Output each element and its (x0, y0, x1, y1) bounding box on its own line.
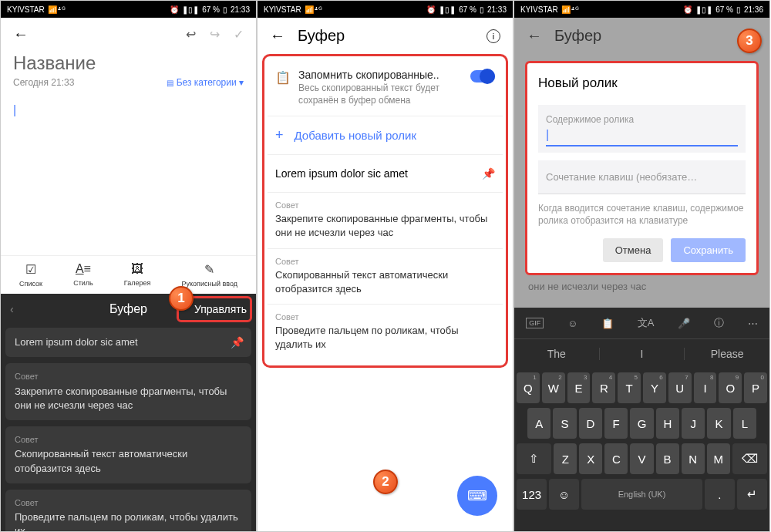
chevron-left-icon[interactable]: ‹ (10, 303, 14, 315)
clip-tip[interactable]: СоветПроведите пальцем по роликам, чтобы… (5, 490, 251, 532)
suggestion[interactable]: Please (685, 348, 769, 360)
list-button[interactable]: ☑Список (19, 262, 42, 288)
check-icon[interactable]: ✓ (234, 27, 244, 42)
key-Z[interactable]: Z (554, 443, 577, 474)
panel-title: Буфер (109, 302, 147, 316)
sticker-icon[interactable]: ☺ (567, 318, 577, 329)
clip-item[interactable]: Lorem ipsum dolor sic amet📌 (5, 328, 251, 357)
key-E[interactable]: E3 (567, 372, 591, 403)
tip-item: СоветСкопированный текст автоматически о… (268, 248, 503, 304)
note-title[interactable]: Название (13, 52, 244, 74)
key-N[interactable]: N (682, 443, 705, 474)
keyboard-icon: ⌨ (467, 487, 487, 504)
key-R[interactable]: R4 (592, 372, 615, 403)
translate-icon[interactable]: 文A (638, 316, 655, 330)
key-M[interactable]: M (707, 443, 730, 474)
status-bar: KYIVSTAR📶⁴ᴳ ⏰❚▯❚67 %▯21:33 (1, 1, 256, 18)
key-X[interactable]: X (579, 443, 602, 474)
key-J[interactable]: J (682, 408, 705, 439)
key-D[interactable]: D (579, 408, 602, 439)
key-B[interactable]: B (656, 443, 679, 474)
plus-icon: + (275, 127, 284, 143)
manage-button[interactable]: Управлять (194, 303, 247, 315)
vibrate-icon: ❚▯❚ (182, 5, 199, 14)
redo-icon[interactable]: ↪ (210, 27, 220, 42)
shortcut-field[interactable]: Сочетание клавиш (необязате… (538, 160, 746, 194)
style-button[interactable]: A≡Стиль (73, 262, 93, 288)
key-U[interactable]: U7 (668, 372, 692, 403)
key-K[interactable]: K (707, 408, 730, 439)
gallery-button[interactable]: 🖼Галерея (124, 262, 151, 288)
more-icon[interactable]: ⋯ (748, 318, 758, 329)
alarm-icon: ⏰ (170, 5, 179, 14)
key-Y[interactable]: Y6 (643, 372, 666, 403)
annotation-badge-3: 3 (737, 29, 762, 53)
suggestion[interactable]: The (514, 348, 600, 360)
clip-tip[interactable]: СоветЗакрепите скопированные фрагменты, … (5, 363, 251, 420)
battery-icon: ▯ (223, 5, 227, 14)
key-G[interactable]: G (630, 408, 653, 439)
num-key[interactable]: 123 (517, 479, 547, 510)
key-F[interactable]: F (604, 408, 628, 439)
save-button[interactable]: Сохранить (671, 238, 746, 262)
key-O[interactable]: O9 (719, 372, 742, 403)
key-W[interactable]: W2 (542, 372, 565, 403)
period-key[interactable]: . (705, 479, 735, 510)
annotation-badge-2: 2 (373, 470, 398, 494)
dialog-title: Новый ролик (538, 76, 746, 91)
gif-icon[interactable]: GIF (526, 318, 544, 328)
remember-toggle-row[interactable]: 📋 Запомнить скопированные.. Весь скопиро… (268, 59, 503, 116)
key-H[interactable]: H (656, 408, 679, 439)
clip-item[interactable]: Lorem ipsum dolor sic amet 📌 (268, 154, 503, 192)
add-clip-button[interactable]: + Добавить новый ролик (268, 116, 503, 154)
keyboard-fab[interactable]: ⌨ (457, 476, 497, 516)
pin-icon[interactable]: 📌 (482, 167, 495, 180)
key-P[interactable]: P0 (744, 372, 767, 403)
shift-key[interactable]: ⇧ (517, 443, 551, 474)
backspace-key[interactable]: ⌫ (732, 443, 767, 474)
screen-3: KYIVSTAR📶⁴ᴳ ⏰❚▯❚67 %▯21:36 ← Буфер они н… (513, 0, 770, 532)
category-button[interactable]: ▤ Без категории ▾ (167, 77, 244, 88)
clip-tip[interactable]: СоветСкопированный текст автоматически о… (5, 426, 251, 483)
dimmed-content: они не исчезли через час (528, 280, 756, 294)
cancel-button[interactable]: Отмена (603, 238, 664, 262)
key-T[interactable]: T5 (618, 372, 641, 403)
key-V[interactable]: V (630, 443, 653, 474)
key-C[interactable]: C (604, 443, 628, 474)
key-S[interactable]: S (553, 408, 576, 439)
back-icon[interactable]: ← (270, 27, 285, 45)
screen-1: KYIVSTAR📶⁴ᴳ ⏰❚▯❚67 %▯21:33 ← ↩ ↪ ✓ Назва… (0, 0, 257, 532)
space-key[interactable]: English (UK) (581, 479, 702, 510)
status-bar: KYIVSTAR📶⁴ᴳ ⏰❚▯❚67 %▯21:33 (258, 1, 513, 18)
key-I[interactable]: I8 (694, 372, 717, 403)
tip-item: СоветЗакрепите скопированные фрагменты, … (268, 192, 503, 247)
enter-key[interactable]: ↵ (737, 479, 767, 510)
annotation-badge-1: 1 (169, 286, 194, 311)
key-L[interactable]: L (733, 408, 756, 439)
pin-icon[interactable]: 📌 (231, 335, 244, 351)
editor-toolbar: ☑Список A≡Стиль 🖼Галерея ✎Рукописный вво… (1, 255, 256, 294)
tip-item: СоветПроведите пальцем по роликам, чтобы… (268, 304, 503, 359)
key-Q[interactable]: Q1 (517, 372, 540, 403)
emoji-key[interactable]: ☺ (549, 479, 579, 510)
keyboard: Q1W2E3R4T5Y6U7I8O9P0 ASDFGHJKL ⇧ZXCVBNM⌫… (514, 368, 769, 531)
status-bar: KYIVSTAR📶⁴ᴳ ⏰❚▯❚67 %▯21:36 (514, 1, 769, 18)
clipboard-icon: 📋 (275, 70, 291, 106)
back-icon[interactable]: ← (13, 25, 29, 43)
clipboard-panel: ‹ Буфер Управлять Lorem ipsum dolor sic … (1, 294, 256, 531)
new-clip-dialog: Новый ролик Содержимое ролика | Сочетани… (525, 61, 759, 275)
screen-2: KYIVSTAR📶⁴ᴳ ⏰❚▯❚67 %▯21:33 ← Буфер i 📋 З… (257, 0, 513, 532)
clipboard-icon[interactable]: 📋 (601, 318, 614, 329)
handwrite-button[interactable]: ✎Рукописный ввод (182, 262, 237, 288)
info-icon[interactable]: ⓘ (714, 316, 724, 330)
back-icon: ← (527, 27, 542, 45)
content-field[interactable]: Содержимое ролика | (538, 105, 746, 153)
toggle-switch[interactable] (470, 70, 495, 82)
mic-icon[interactable]: 🎤 (678, 318, 690, 329)
key-A[interactable]: A (527, 408, 550, 439)
undo-icon[interactable]: ↩ (186, 27, 196, 42)
suggestion[interactable]: I (600, 348, 685, 360)
text-cursor[interactable]: | (13, 103, 244, 117)
info-icon[interactable]: i (487, 29, 500, 43)
page-title: Буфер (298, 27, 474, 45)
